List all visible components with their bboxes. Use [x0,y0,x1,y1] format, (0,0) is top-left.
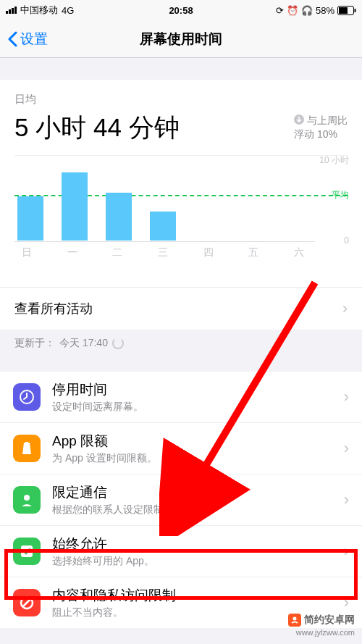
updated-row: 更新于： 今天 17:40 [0,330,362,357]
chevron-right-icon: › [344,593,349,612]
day-label: 三 [158,246,168,259]
daily-avg-label: 日均 [14,93,348,106]
settings-icon [13,486,41,514]
daily-avg-time: 5 小时 44 分钟 [14,111,285,145]
activity-label: 查看所有活动 [14,300,342,317]
view-all-activity[interactable]: 查看所有活动 › [0,287,362,330]
settings-item-1[interactable]: App 限额为 App 设置时间限额。› [0,423,362,474]
settings-title: 停用时间 [52,380,344,399]
settings-icon [13,435,41,462]
day-label: 二 [112,246,122,259]
back-label: 设置 [20,30,48,49]
y-bottom-label: 0 [344,235,349,246]
day-label: 一 [67,246,77,259]
avg-label: 平均 [332,189,349,201]
weekly-change: 与上周比 浮动 10% [294,114,348,141]
carrier-label: 中国移动 [20,4,58,17]
alarm-icon: ⏰ [287,5,298,16]
settings-sub: 设定时间远离屏幕。 [52,401,344,414]
spinner-icon [112,338,124,349]
network-label: 4G [62,5,74,16]
arrow-down-icon [294,114,304,127]
svg-rect-1 [339,7,348,14]
chart-bar [150,212,176,241]
y-top-label: 10 小时 [319,154,349,167]
lock-icon: ⟳ [276,5,284,16]
watermark-title: 简约安卓网 [304,614,355,627]
svg-point-6 [24,495,30,501]
status-bar: 中国移动 4G 20:58 ⟳ ⏰ 🎧 58% [0,0,362,20]
settings-item-0[interactable]: 停用时间设定时间远离屏幕。› [0,372,362,423]
watermark-url: www.jylzww.com [296,628,355,637]
chevron-left-icon [7,31,17,47]
settings-icon [13,383,41,411]
signal-icon [6,7,17,14]
back-button[interactable]: 设置 [7,30,48,49]
settings-title: 内容和隐私访问限制 [52,586,344,605]
settings-title: 始终允许 [52,535,344,553]
chart-bar [62,172,88,241]
settings-icon [13,589,41,616]
page-title: 屏幕使用时间 [140,30,222,49]
daily-card: 日均 5 小时 44 分钟 与上周比 浮动 10% 10 小时 0 平均 日一二… [0,80,362,287]
watermark-logo-icon [288,614,301,627]
chevron-right-icon: › [344,388,349,406]
day-label: 日 [22,246,32,259]
settings-title: 限定通信 [52,483,344,502]
settings-list: 停用时间设定时间远离屏幕。›App 限额为 App 设置时间限额。›限定通信根据… [0,372,362,628]
day-label: 六 [294,246,304,259]
settings-sub: 根据您的联系人设定限制。 [52,503,344,517]
settings-item-2[interactable]: 限定通信根据您的联系人设定限制。› [0,474,362,526]
nav-bar: 设置 屏幕使用时间 [0,20,362,58]
headphones-icon: 🎧 [301,5,313,16]
usage-chart: 10 小时 0 平均 日一二三四五六 [14,155,348,278]
svg-rect-5 [25,442,28,443]
day-label: 四 [203,246,214,259]
svg-point-11 [293,617,297,621]
settings-sub: 选择始终可用的 App。 [52,555,344,568]
day-label: 五 [248,246,258,259]
chevron-right-icon: › [344,439,349,458]
svg-line-9 [22,598,31,607]
chart-bar [17,196,43,241]
settings-item-3[interactable]: 始终允许选择始终可用的 App。› [0,526,362,577]
chevron-right-icon: › [342,299,348,318]
updated-prefix: 更新于： [14,337,55,350]
watermark: 简约安卓网 www.jylzww.com [288,614,355,637]
battery-icon [337,6,356,15]
settings-icon [13,538,41,565]
status-time: 20:58 [169,5,193,16]
chevron-right-icon: › [344,490,349,509]
settings-title: App 限额 [52,432,344,451]
chart-bar [106,193,132,241]
chevron-right-icon: › [344,542,349,561]
settings-sub: 为 App 设置时间限额。 [52,452,344,465]
battery-pct: 58% [316,5,334,16]
svg-rect-2 [355,9,356,12]
updated-time: 今天 17:40 [59,337,108,350]
